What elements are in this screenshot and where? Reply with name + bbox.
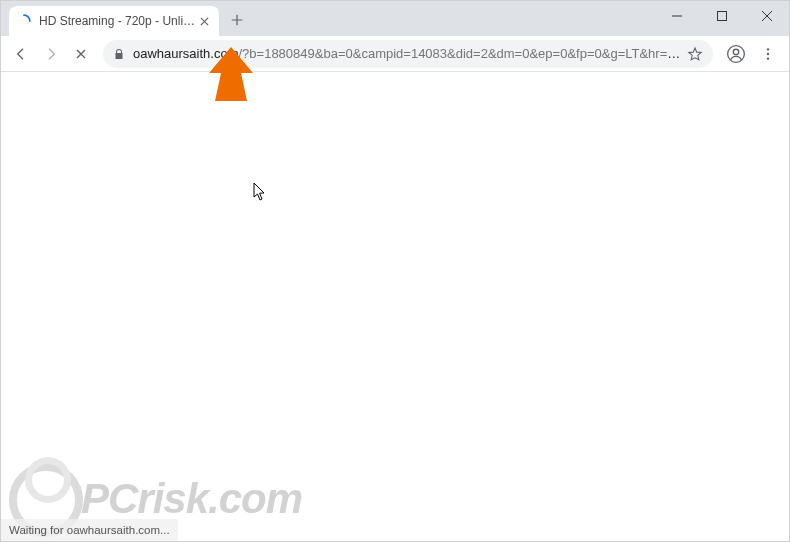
status-bar: Waiting for oawhaursaith.com... <box>1 519 178 541</box>
lock-icon <box>113 48 125 60</box>
close-window-button[interactable] <box>744 1 789 31</box>
browser-window: HD Streaming - 720p - Unlimited <box>0 0 790 542</box>
toolbar: oawhaursaith.com/?b=1880849&ba=0&campid=… <box>1 36 789 72</box>
window-controls <box>654 1 789 31</box>
loading-spinner-icon <box>17 14 31 28</box>
url-domain: oawhaursaith.com <box>133 46 239 61</box>
new-tab-button[interactable] <box>223 6 251 34</box>
svg-point-5 <box>767 57 769 59</box>
page-content <box>1 72 789 521</box>
tab-title: HD Streaming - 720p - Unlimited <box>39 14 197 28</box>
url-text: oawhaursaith.com/?b=1880849&ba=0&campid=… <box>133 46 681 61</box>
back-button[interactable] <box>7 40 35 68</box>
tab-close-icon[interactable] <box>197 14 211 28</box>
forward-button[interactable] <box>37 40 65 68</box>
svg-point-2 <box>733 49 738 54</box>
tab-strip: HD Streaming - 720p - Unlimited <box>1 1 789 36</box>
svg-rect-0 <box>717 12 726 21</box>
maximize-button[interactable] <box>699 1 744 31</box>
profile-avatar-icon[interactable] <box>721 39 751 69</box>
stop-reload-button[interactable] <box>67 40 95 68</box>
url-path: /?b=1880849&ba=0&campid=14083&did=2&dm=0… <box>239 46 682 61</box>
status-text: Waiting for oawhaursaith.com... <box>9 524 170 536</box>
kebab-menu-icon[interactable] <box>753 39 783 69</box>
svg-point-3 <box>767 48 769 50</box>
bookmark-star-icon[interactable] <box>687 46 703 62</box>
minimize-button[interactable] <box>654 1 699 31</box>
browser-tab[interactable]: HD Streaming - 720p - Unlimited <box>9 6 219 36</box>
address-bar[interactable]: oawhaursaith.com/?b=1880849&ba=0&campid=… <box>103 40 713 68</box>
svg-point-4 <box>767 52 769 54</box>
